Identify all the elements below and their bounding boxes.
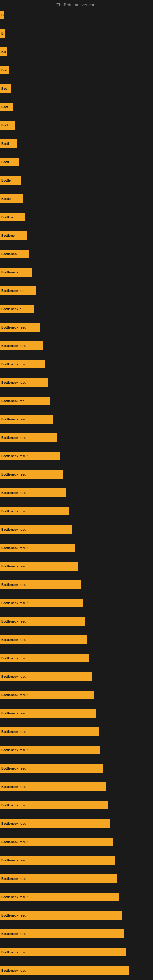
bottleneck-bar: Bottleneck result [0,801,108,810]
bottleneck-bar: Bottleneck [0,268,32,277]
bar-item: Bottleneck result [0,746,100,754]
bottleneck-bar: Bottleneck result [0,654,89,662]
bottleneck-bar: Bottleneck result [0,378,48,387]
bar-item: Bottleneck result [0,948,126,956]
bottleneck-bar: Bottleneck result [0,452,60,460]
bottleneck-bar: Bottleneck result [0,746,100,754]
bottleneck-bar: Bottleneck result [0,966,129,975]
bar-item: Bottleneck result [0,378,48,387]
bar-item: Bottleneck [0,268,32,277]
bar-item: Bottleneck result [0,507,69,515]
bar-item: Bottleneck result [0,488,66,497]
bottleneck-bar: Bottlenec [0,250,29,258]
bar-item: Bottleneck result [0,452,60,460]
bar-item: Bottleneck result [0,819,110,828]
bar-item: Bottleneck res [0,286,36,295]
bottleneck-bar: Bottleneck result [0,690,94,699]
bottleneck-bar: Bottleneck res [0,396,51,405]
bottleneck-bar: Bottleneck result [0,874,117,883]
bottleneck-bar: Bottleneck result [0,709,96,718]
bottleneck-bar: Bottleneck result [0,580,81,589]
bottleneck-bar: Bottlene [0,213,25,221]
bar-item: Bottleneck result [0,617,85,626]
bar-item: Bottleneck result [0,562,78,571]
bottleneck-bar: Bottleneck result [0,911,122,920]
bar-item: Bottleneck result [0,764,104,773]
bar-item: Bo [0,48,7,56]
bottleneck-bar: Bottleneck result [0,415,53,423]
bottleneck-bar: Bottleneck result [0,764,104,773]
bar-item: Bottleneck result [0,672,92,681]
bottleneck-bar: Bottleneck resul [0,323,40,332]
bar-item: Bottleneck result [0,654,89,662]
bottleneck-bar: Bottleneck result [0,525,72,534]
bottleneck-bar: Bottleneck resu [0,360,45,368]
bar-item: Bottleneck result [0,966,129,975]
bar-item: Bottleneck result [0,874,117,883]
bottleneck-bar: Bot [0,84,11,93]
bar-item: Bottleneck result [0,635,87,644]
bottleneck-bar: Bo [0,48,7,56]
bottleneck-bar: Bottleneck result [0,507,69,515]
bottleneck-bar: Bottleneck result [0,433,57,442]
bottleneck-bar: Bottleneck result [0,488,66,497]
bar-item: Bottleneck result [0,856,115,865]
bar-item: Bottleneck resu [0,360,45,368]
bar-item: B [0,11,4,19]
bar-item: Bottl [0,139,17,148]
bar-item: Bottleneck result [0,690,94,699]
bar-item: Bottleneck result [0,929,124,938]
bar-item: Bottle [0,194,23,203]
bar-item: Bottleneck result [0,415,53,423]
bar-item: Bottleneck result [0,893,120,901]
bar-item: Bottleneck result [0,783,105,791]
bottleneck-bar: Bottleneck res [0,286,36,295]
bottleneck-bar: B [0,29,5,38]
bar-item: Bottleneck result [0,838,113,846]
bar-item: Bottlene [0,213,25,221]
bottleneck-bar: Bottleneck result [0,544,75,552]
bottleneck-bar: Bottl [0,139,17,148]
bar-item: Bottl [0,158,19,166]
bar-item: Bottlenec [0,250,29,258]
bottleneck-bar: Bottleneck r [0,305,34,313]
bottleneck-bar: Bottle [0,194,23,203]
bottleneck-bar: Bottleneck result [0,819,110,828]
bar-item: Bot [0,66,9,75]
site-title: TheBottlenecker.com [56,2,97,7]
bar-item: Bott [0,121,15,130]
bottleneck-bar: Bottleneck result [0,562,78,571]
bar-item: Bottleneck resul [0,323,40,332]
bar-item: Bottleneck result [0,525,72,534]
bar-item: Bottleneck result [0,727,99,736]
bottleneck-bar: Bottleneck result [0,948,126,956]
bar-item: Bottleneck result [0,911,122,920]
bottleneck-bar: Bottl [0,158,19,166]
bottleneck-bar: Bott [0,121,15,130]
bar-item: Bot [0,84,11,93]
bottleneck-bar: Bottleneck result [0,617,85,626]
bottleneck-bar: Bot [0,66,9,75]
bottleneck-bar: Bottleneck result [0,672,92,681]
bar-item: Bottleneck result [0,433,57,442]
bar-item: Bottleneck result [0,709,96,718]
bottleneck-bar: Bottleneck result [0,470,63,479]
bar-item: Bottleneck result [0,342,43,350]
bar-item: Bottleneck result [0,801,108,810]
bottleneck-bar: Bottleneck result [0,783,105,791]
bar-item: B [0,29,5,38]
bottleneck-bar: Bott [0,103,13,111]
bottleneck-bar: Bottleneck result [0,838,113,846]
bottleneck-bar: Bottleneck result [0,727,99,736]
bar-item: Bottle [0,176,21,185]
bottleneck-bar: Bottleneck result [0,599,83,607]
bottleneck-bar: Bottle [0,176,21,185]
bar-item: Bottleneck result [0,580,81,589]
bar-item: Bottleneck r [0,305,34,313]
bottleneck-bar: Bottleneck result [0,342,43,350]
bottleneck-bar: Bottleneck result [0,635,87,644]
bar-item: Bottleneck result [0,544,75,552]
bottleneck-bar: Bottleneck result [0,893,120,901]
bar-item: Bottleneck result [0,599,83,607]
bottleneck-bar: Bottlene [0,231,27,240]
